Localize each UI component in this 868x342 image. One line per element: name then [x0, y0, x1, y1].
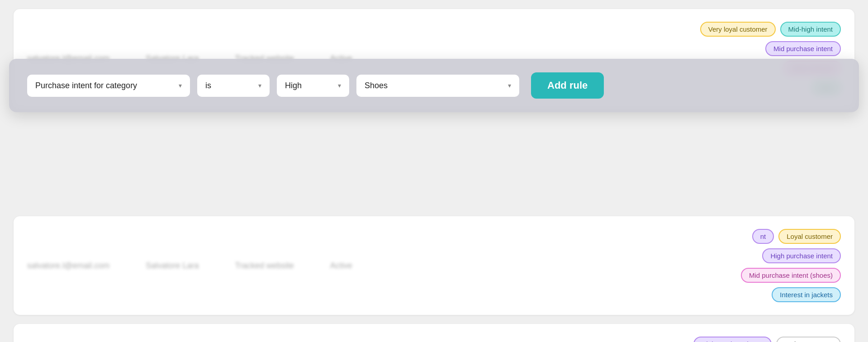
customer-card-3: salvatore.l@email.com Salvatore Lara Tra…: [14, 324, 854, 342]
tag-high-purchase-intent: High purchase intent: [762, 248, 841, 263]
card-1-tags-row-1: Very loyal customer Mid-high intent: [700, 22, 841, 37]
card-1-tags-row-2: Mid purchase intent: [765, 41, 841, 56]
customer-card-2: salvatore.l@email.com Salvatore Lara Tra…: [14, 216, 854, 315]
tag-nt: nt: [752, 229, 774, 244]
category-label: Purchase intent for category: [35, 81, 137, 90]
category-value-chevron: ▾: [508, 82, 511, 89]
card-2-tags: nt Loyal customer High purchase intent M…: [741, 229, 841, 302]
tag-active-customer: Active customer: [776, 337, 841, 342]
card-2-fields: salvatore.l@email.com Salvatore Lara Tra…: [27, 261, 352, 271]
card-2-tags-row-4: Interest in jackets: [772, 287, 841, 302]
value-label: High: [285, 81, 302, 90]
category-dropdown[interactable]: Purchase intent for category ▾: [27, 75, 190, 97]
tag-mid-high-intent: Mid-high intent: [780, 22, 841, 37]
card-2-tags-row-3: Mid purchase intent (shoes): [741, 268, 841, 283]
filter-overlay: Purchase intent for category ▾ is ▾ High…: [9, 59, 859, 112]
card-2-status: Active: [330, 261, 352, 271]
tag-loyal-customer: Loyal customer: [778, 229, 841, 244]
card-2-tags-row-1: nt Loyal customer: [752, 229, 841, 244]
card-2-tags-row-2: High purchase intent: [762, 248, 841, 263]
tag-interest-in-jackets: Interest in jackets: [772, 287, 841, 302]
value-dropdown[interactable]: High ▾: [277, 75, 349, 97]
card-2-email: salvatore.l@email.com: [27, 261, 109, 271]
operator-dropdown[interactable]: is ▾: [197, 75, 270, 97]
tag-high-purchase-intent-2: High purchase intent: [693, 337, 772, 342]
category-chevron: ▾: [179, 82, 182, 89]
operator-label: is: [205, 81, 211, 90]
card-3-tags-row-1: High purchase intent Active customer: [693, 337, 841, 342]
category-value-dropdown[interactable]: Shoes ▾: [356, 75, 519, 97]
card-2-name: Salvatore Lara: [146, 261, 199, 271]
card-2-source: Tracked website: [235, 261, 294, 271]
tag-very-loyal-customer: Very loyal customer: [700, 22, 776, 37]
card-3-tags: High purchase intent Active customer Hig…: [693, 337, 841, 342]
page-container: salvatore.l@email.com Salvatore Lara Tra…: [0, 0, 868, 342]
operator-chevron: ▾: [258, 82, 261, 89]
tag-mid-purchase-intent-shoes: Mid purchase intent (shoes): [741, 268, 841, 283]
category-value-label: Shoes: [365, 81, 388, 90]
add-rule-button[interactable]: Add rule: [531, 72, 604, 99]
tag-mid-purchase-intent: Mid purchase intent: [765, 41, 841, 56]
value-chevron: ▾: [338, 82, 341, 89]
